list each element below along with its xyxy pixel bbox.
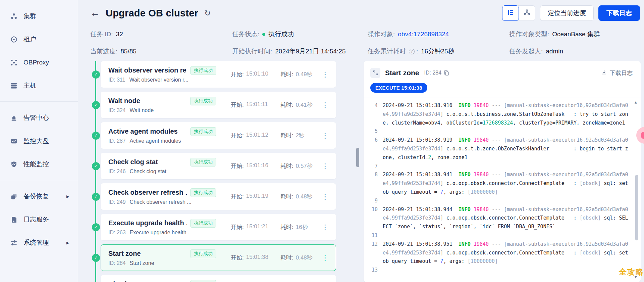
task-duration-value: 2秒 — [296, 132, 305, 139]
sidebar-item-alert-center[interactable]: 告警中心 — [0, 110, 78, 125]
expand-icon[interactable] — [370, 68, 380, 78]
log-line-number: 8 — [368, 171, 378, 196]
task-duration-value: 16秒 — [296, 223, 308, 231]
kebab-menu-icon[interactable]: ⋮ — [321, 192, 329, 201]
task-card-info: Check clog stat执行成功ID: 246Check clog sta… — [108, 158, 216, 175]
log-panel-title: Start zone — [385, 69, 419, 77]
task-subtitle: ID: 246Check clog stat — [108, 169, 216, 175]
info-task-status: 任务状态:执行成功 — [232, 30, 368, 39]
log-line-text: 2024-09-21 15:01:38.944 INFO 19840 --- [… — [383, 205, 629, 231]
info-label: 任务状态: — [232, 30, 259, 39]
flow-view-toggle[interactable] — [519, 6, 535, 20]
log-line-text — [383, 162, 629, 171]
sidebar-item-system-admin[interactable]: 系统管理▶ — [0, 235, 78, 250]
task-subtask-name: Wait observer version r... — [129, 77, 188, 83]
kebab-menu-icon[interactable]: ⋮ — [321, 69, 329, 79]
kebab-menu-icon[interactable]: ⋮ — [321, 100, 329, 110]
log-line-number: 7 — [368, 162, 378, 171]
task-card[interactable]: ✓Execute upgrade health …执行成功ID: 263Exec… — [101, 214, 336, 240]
dashboard-icon — [10, 137, 17, 145]
task-start-time-value: 15:01:19 — [246, 193, 268, 200]
back-button[interactable]: ← — [90, 8, 100, 18]
task-title: Wait node — [108, 97, 140, 105]
sidebar-item-backup-restore[interactable]: 备份恢复▶ — [0, 189, 78, 204]
kebab-menu-icon[interactable]: ⋮ — [321, 161, 329, 171]
task-subtitle: ID: 284Start zone — [108, 260, 216, 266]
sidebar-divider — [0, 180, 78, 180]
info-label: 任务发起人: — [509, 47, 543, 56]
sidebar-item-obproxy[interactable]: OBProxy — [0, 55, 78, 70]
log-download-button[interactable]: 下载日志 — [601, 69, 633, 77]
task-card[interactable]: ✓Active agent modules执行成功ID: 287Active a… — [101, 122, 336, 149]
sidebar-item-label: 监控大盘 — [23, 137, 49, 145]
task-list-scrollbar[interactable] — [356, 148, 359, 167]
download-log-button[interactable]: 下载日志 — [598, 5, 640, 21]
kebab-menu-icon[interactable]: ⋮ — [321, 253, 329, 263]
task-title-row: Check observer refresh …执行成功 — [108, 188, 216, 197]
sidebar-item-label: 系统管理 — [23, 238, 49, 247]
kebab-menu-icon[interactable]: ⋮ — [321, 131, 329, 140]
task-card[interactable]: ✓Check observer refresh …执行成功ID: 249Chec… — [101, 183, 336, 210]
sidebar-item-label: 日志服务 — [23, 215, 49, 224]
task-card[interactable]: ✓Wait observer version re…执行成功ID: 311Wai… — [101, 61, 336, 88]
check-circle-icon: ✓ — [92, 132, 100, 140]
log-line-number: 11 — [368, 231, 378, 240]
scroll-up-icon[interactable]: ▲ — [635, 99, 637, 106]
help-icon[interactable]: ? — [409, 49, 415, 54]
check-circle-icon: ✓ — [92, 223, 100, 231]
log-line-number: 13 — [368, 266, 378, 275]
task-start-time-label: 开始: — [231, 223, 244, 231]
task-card[interactable]: ✓Wait node执行成功ID: 324Wait node开始:15:01:1… — [101, 92, 336, 118]
info-value: 执行成功 — [268, 30, 294, 39]
task-title: Execute upgrade health … — [108, 219, 187, 227]
task-card[interactable]: ✓Check clog stat执行成功ID: 246Check clog st… — [101, 153, 336, 179]
locate-progress-button[interactable]: 定位当前进度 — [540, 5, 594, 21]
system-icon — [10, 239, 17, 246]
chevron-right-icon: ▶ — [66, 241, 69, 245]
task-subtitle: ID: 263Execute upgrade health... — [108, 230, 216, 236]
check-circle-icon: ✓ — [92, 70, 100, 79]
info-value[interactable]: obv4:1726898324 — [398, 31, 449, 38]
topbar-actions: 定位当前进度 下载日志 — [502, 5, 640, 21]
task-subtask-id: ID: 311 — [108, 77, 125, 83]
task-title-row: Wait observer version re…执行成功 — [108, 66, 216, 75]
task-title-row: Start zone执行成功 — [108, 249, 216, 258]
task-start-time-label: 开始: — [231, 101, 244, 109]
task-duration-label: 耗时: — [280, 193, 293, 200]
task-duration-value: 0.48秒 — [296, 254, 313, 262]
copy-icon[interactable] — [444, 70, 449, 76]
status-badge: 执行成功 — [190, 66, 216, 75]
log-scrollbar[interactable]: ▲ ▼ — [634, 99, 639, 281]
refresh-icon[interactable]: ↻ — [204, 9, 211, 18]
log-line: 102024-09-21 15:01:38.944 INFO 19840 ---… — [368, 205, 629, 231]
info-task-id: 任务 ID:32 — [90, 30, 232, 39]
sidebar-item-log-service[interactable]: 日志服务 — [0, 212, 78, 227]
task-card-info: Start zone执行成功ID: 284Start zone — [108, 249, 216, 266]
sidebar-item-cluster[interactable]: 集群 — [0, 9, 78, 23]
task-subtitle: ID: 287Active agent modules — [108, 138, 216, 144]
status-badge: 执行成功 — [190, 127, 216, 136]
task-card[interactable]: ✓Start zone执行成功ID: 284Start zone开始:15:01… — [101, 244, 336, 271]
log-line-text: 2024-09-21 15:01:38.941 INFO 19840 --- [… — [383, 171, 629, 196]
watermark: 全攻略 — [619, 267, 644, 277]
task-start-time-label: 开始: — [231, 254, 244, 262]
sidebar-item-monitor-dashboard[interactable]: 监控大盘 — [0, 134, 78, 148]
kebab-menu-icon[interactable]: ⋮ — [321, 222, 329, 232]
info-start-time: 开始执行时间:2024年9月21日 14:54:25 — [232, 47, 368, 56]
sidebar-item-performance-monitor[interactable]: 性能监控 — [0, 157, 78, 172]
alert-icon — [10, 114, 17, 122]
task-duration-value: 0.49秒 — [296, 70, 313, 78]
task-card[interactable]: ✓Check zone执行成功ID: 351Check ...开始:15:01:… — [101, 275, 336, 282]
check-circle-icon: ✓ — [92, 193, 100, 201]
sidebar-item-tenant[interactable]: 租户 — [0, 32, 78, 47]
list-view-toggle[interactable] — [502, 5, 519, 21]
info-label: 开始执行时间: — [232, 47, 272, 56]
info-value: 32 — [116, 31, 123, 38]
log-scrollbar-thumb[interactable] — [635, 175, 638, 240]
task-start-time-value: 15:01:12 — [246, 132, 268, 139]
sidebar-item-host[interactable]: 主机 — [0, 78, 78, 93]
task-start-time: 开始:15:01:19 — [231, 193, 280, 200]
log-line: 13 — [368, 266, 629, 275]
task-title: Check zone — [108, 280, 146, 282]
chevron-right-icon: ▶ — [66, 194, 69, 199]
